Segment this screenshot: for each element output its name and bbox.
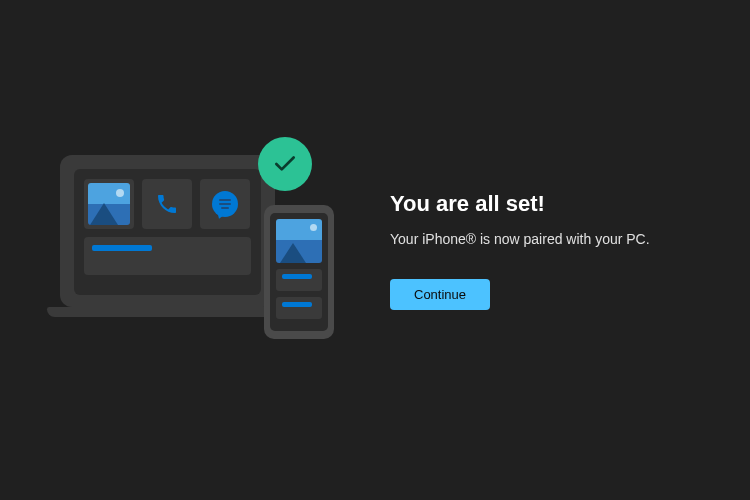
text-placeholder-icon — [84, 237, 251, 275]
success-checkmark-icon — [258, 137, 312, 191]
phone-photo-icon — [276, 219, 322, 263]
content-panel: You are all set! Your iPhone® is now pai… — [390, 191, 690, 310]
messages-tile-icon — [200, 179, 250, 229]
phone-illustration — [264, 205, 334, 339]
photo-tile-icon — [84, 179, 134, 229]
devices-illustration — [60, 145, 340, 355]
continue-button[interactable]: Continue — [390, 279, 490, 310]
setup-complete-dialog: You are all set! Your iPhone® is now pai… — [0, 145, 750, 355]
phone-tile-icon — [142, 179, 192, 229]
page-subtitle: Your iPhone® is now paired with your PC. — [390, 231, 690, 247]
page-title: You are all set! — [390, 191, 690, 217]
laptop-illustration — [60, 155, 275, 307]
